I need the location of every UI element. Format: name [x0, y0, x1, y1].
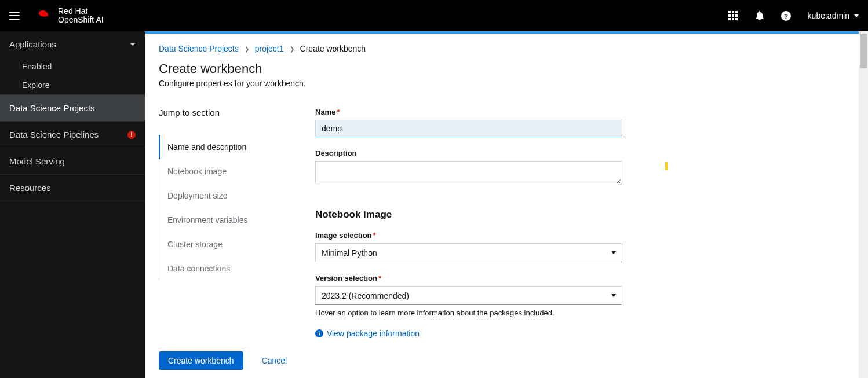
user-menu[interactable]: kube:admin [808, 11, 859, 20]
content-area: Data Science Projects ❯ project1 ❯ Creat… [145, 31, 868, 378]
chevron-right-icon: ❯ [290, 46, 294, 52]
required-mark: * [378, 274, 381, 282]
sidenav-pipelines-label: Data Science Pipelines [9, 130, 99, 140]
side-nav: Applications Enabled Explore Data Scienc… [0, 31, 145, 378]
brand: Red Hat OpenShift AI [37, 7, 104, 25]
version-selection-value: 2023.2 (Recommended) [322, 291, 409, 300]
page-subtitle: Configure properties for your workbench. [159, 79, 854, 88]
scrollbar[interactable] [859, 31, 868, 378]
cancel-button[interactable]: Cancel [262, 356, 287, 365]
svg-rect-13 [319, 332, 320, 333]
image-selection-value: Minimal Python [322, 248, 377, 258]
text-cursor [665, 162, 668, 170]
jump-nav: Jump to section Name and description Not… [159, 108, 263, 281]
apps-grid-icon[interactable] [728, 10, 738, 21]
version-selection-label: Version selection* [315, 274, 622, 282]
version-selection-dropdown[interactable]: 2023.2 (Recommended) [315, 286, 622, 305]
version-help-text: Hover an option to learn more informatio… [315, 309, 622, 317]
info-circle-icon [315, 329, 323, 337]
package-link-text: View package information [327, 329, 420, 338]
svg-rect-0 [728, 11, 731, 13]
sidenav-model-serving[interactable]: Model Serving [0, 148, 145, 174]
required-mark: * [337, 108, 340, 116]
caret-down-icon [611, 251, 616, 254]
svg-rect-6 [728, 18, 731, 20]
breadcrumb-current: Create workbench [300, 44, 366, 53]
brand-bottom: OpenShift AI [58, 16, 104, 24]
sidenav-applications[interactable]: Applications [0, 31, 145, 57]
sidenav-explore[interactable]: Explore [0, 76, 145, 94]
description-label: Description [315, 149, 622, 157]
caret-down-icon [611, 294, 616, 297]
redhat-logo-icon [37, 10, 52, 21]
svg-rect-1 [732, 11, 734, 13]
sidenav-data-science-projects[interactable]: Data Science Projects [0, 95, 145, 121]
image-selection-dropdown[interactable]: Minimal Python [315, 243, 622, 262]
description-textarea[interactable] [315, 161, 622, 184]
image-selection-label: Image selection* [315, 231, 622, 240]
jump-name-desc[interactable]: Name and description [159, 135, 263, 159]
create-workbench-button[interactable]: Create workbench [159, 351, 243, 370]
jump-title: Jump to section [159, 108, 263, 118]
name-input[interactable] [315, 120, 622, 137]
form-main: Name* Description Notebook image Image s… [315, 108, 622, 338]
page-title: Create workbench [159, 61, 854, 76]
brand-top: Red Hat [58, 7, 104, 16]
breadcrumb-root[interactable]: Data Science Projects [159, 44, 239, 53]
help-icon[interactable]: ? [781, 10, 792, 21]
jump-data-connections[interactable]: Data connections [159, 256, 263, 281]
sidenav-resources[interactable]: Resources [0, 175, 145, 201]
top-icon-group: ? [728, 10, 792, 21]
alert-dot-icon: ! [127, 131, 136, 139]
footer-bar: Create workbench Cancel [145, 343, 868, 378]
hamburger-menu-button[interactable] [9, 9, 23, 23]
name-label: Name* [315, 108, 622, 116]
svg-rect-8 [735, 18, 738, 20]
bell-icon[interactable] [754, 10, 765, 21]
required-mark: * [373, 231, 376, 240]
top-bar: Red Hat OpenShift AI ? kube:admin [0, 0, 868, 31]
user-name: kube:admin [808, 11, 849, 20]
svg-rect-3 [728, 14, 731, 17]
sidenav-data-science-pipelines[interactable]: Data Science Pipelines ! [0, 122, 145, 148]
brand-text: Red Hat OpenShift AI [58, 7, 104, 25]
svg-text:?: ? [784, 12, 788, 19]
jump-notebook-image[interactable]: Notebook image [159, 159, 263, 184]
caret-down-icon [854, 14, 859, 17]
svg-rect-2 [735, 11, 738, 13]
scrollbar-thumb[interactable] [860, 34, 867, 68]
breadcrumb-project[interactable]: project1 [255, 44, 284, 53]
breadcrumb: Data Science Projects ❯ project1 ❯ Creat… [159, 44, 854, 53]
svg-rect-7 [732, 18, 734, 20]
sidenav-enabled[interactable]: Enabled [0, 57, 145, 76]
chevron-right-icon: ❯ [245, 46, 249, 52]
jump-env-vars[interactable]: Environment variables [159, 208, 263, 232]
svg-rect-5 [735, 14, 738, 17]
view-package-info-link[interactable]: View package information [315, 329, 622, 338]
jump-cluster-storage[interactable]: Cluster storage [159, 232, 263, 256]
chevron-down-icon [130, 43, 136, 46]
sidenav-applications-label: Applications [9, 39, 56, 49]
svg-rect-12 [319, 333, 320, 335]
svg-rect-4 [732, 14, 734, 17]
notebook-image-heading: Notebook image [315, 209, 622, 221]
jump-deployment-size[interactable]: Deployment size [159, 184, 263, 208]
